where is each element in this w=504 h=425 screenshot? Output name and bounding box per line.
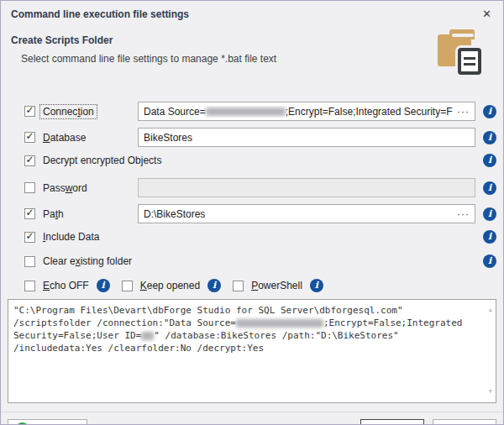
dialog-title: Command line execution file settings [11, 8, 189, 20]
scroll-up-icon[interactable]: ▲ [489, 304, 492, 317]
keep-opened-label: Keep opened [138, 279, 202, 292]
powershell-checkbox[interactable] [233, 281, 244, 291]
section-heading: Create Scripts Folder [11, 34, 493, 46]
database-input[interactable]: BikeStores [138, 128, 475, 147]
password-row: Password i [24, 178, 496, 197]
password-label: Password [40, 181, 90, 195]
database-label: Database [40, 131, 88, 144]
clear-folder-checkbox[interactable] [24, 256, 35, 267]
redacted-user-id [141, 332, 154, 340]
decrypt-info-icon[interactable]: i [483, 154, 496, 167]
database-checkbox[interactable]: ✓ [24, 132, 35, 143]
connection-checkbox[interactable]: ✓ [24, 106, 35, 117]
redacted-server-name [236, 319, 323, 328]
scripts-folder-icon [436, 28, 483, 75]
decrypt-label: Decrypt encrypted Objects [40, 154, 164, 167]
document-icon [458, 48, 481, 75]
echo-off-checkbox[interactable] [24, 281, 35, 291]
titlebar: Command line execution file settings ✕ [1, 1, 503, 26]
validate-button[interactable]: ✓ Validate [8, 419, 87, 425]
powershell-info-icon[interactable]: i [310, 279, 323, 292]
clear-folder-label: Clear existing folder [40, 254, 134, 268]
command-line-settings-dialog: Command line execution file settings ✕ C… [0, 0, 504, 425]
include-data-checkbox[interactable]: ✓ [24, 232, 35, 243]
include-data-label: Include Data [40, 230, 102, 244]
echo-off-info-icon[interactable]: i [97, 279, 110, 292]
section-subtitle: Select command line file settings to man… [21, 53, 493, 65]
options-row: Echo OFF i Keep opened i PowerShell i [24, 279, 496, 292]
clear-folder-row: Clear existing folder i [24, 254, 496, 268]
footer: ✓ Validate Save Cancel [1, 412, 503, 425]
decrypt-row: ✓ Decrypt encrypted Objects i [24, 154, 496, 167]
path-label: Path [40, 207, 66, 221]
clear-folder-info-icon[interactable]: i [483, 254, 496, 268]
connection-input[interactable]: Data Source=;Encrypt=False;Integrated Se… [138, 102, 475, 121]
scroll-down-icon[interactable]: ▼ [489, 386, 492, 398]
password-info-icon[interactable]: i [483, 181, 496, 195]
close-icon[interactable]: ✕ [480, 8, 493, 19]
path-row: ✓ Path D:\BikeStores ··· i [24, 204, 496, 223]
path-checkbox[interactable]: ✓ [24, 208, 35, 219]
save-button[interactable]: Save [360, 419, 424, 425]
password-checkbox[interactable] [24, 182, 35, 193]
path-input[interactable]: D:\BikeStores ··· [138, 204, 475, 223]
path-browse-button[interactable]: ··· [455, 210, 471, 218]
database-row: ✓ Database BikeStores i [24, 128, 496, 147]
connection-row: ✓ Connection Data Source=;Encrypt=False;… [24, 102, 496, 121]
header-section: Create Scripts Folder Select command lin… [1, 26, 503, 81]
path-info-icon[interactable]: i [483, 207, 496, 221]
cancel-button[interactable]: Cancel [433, 419, 496, 425]
connection-info-icon[interactable]: i [483, 105, 496, 118]
include-data-info-icon[interactable]: i [483, 230, 496, 244]
decrypt-checkbox[interactable]: ✓ [24, 155, 35, 166]
folder-slot-shape [452, 34, 474, 37]
database-info-icon[interactable]: i [483, 131, 496, 144]
redacted-connection-value [206, 108, 286, 116]
keep-opened-info-icon[interactable]: i [207, 279, 221, 292]
connection-label: Connection [40, 105, 97, 118]
include-data-row: ✓ Include Data i [24, 230, 496, 244]
settings-form: ✓ Connection Data Source=;Encrypt=False;… [1, 102, 503, 292]
connection-browse-button[interactable]: ··· [455, 108, 471, 116]
password-input [138, 178, 475, 197]
keep-opened-checkbox[interactable] [122, 281, 133, 291]
echo-off-label: Echo OFF [40, 279, 92, 292]
powershell-label: PowerShell [249, 279, 305, 292]
command-preview-textarea[interactable]: "C:\Program Files\Devart\dbForge Studio … [8, 299, 496, 403]
